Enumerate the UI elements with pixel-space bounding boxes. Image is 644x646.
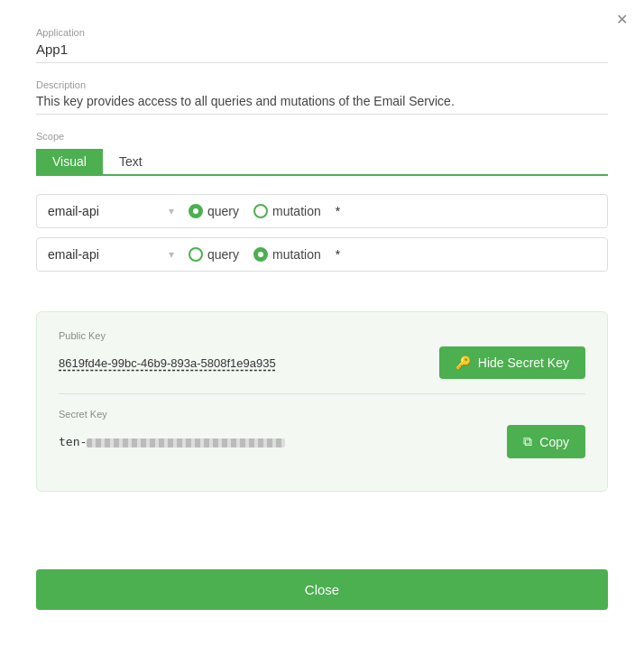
hide-secret-key-label: Hide Secret Key — [478, 355, 569, 370]
chevron-down-icon-2: ▾ — [169, 248, 174, 261]
scope-query-label-1: query — [207, 204, 239, 218]
scope-wildcard-1: * — [336, 204, 340, 218]
close-button[interactable]: Close — [36, 569, 608, 610]
scope-query-radio-1[interactable]: query — [189, 204, 239, 218]
scope-service-2-wrapper: email-api ▾ — [48, 247, 174, 262]
radio-circle-mutation-2-checked — [253, 247, 268, 262]
application-field: Application App1 — [36, 27, 608, 63]
scope-mutation-radio-1[interactable]: mutation — [253, 204, 321, 218]
scope-radio-group-2: query mutation * — [189, 247, 596, 262]
keys-section: Public Key 8619fd4e-99bc-46b9-893a-5808f… — [36, 311, 608, 492]
public-key-value-row: 8619fd4e-99bc-46b9-893a-5808f1e9a935 🔑 H… — [59, 346, 585, 379]
copy-button[interactable]: ⧉ Copy — [507, 425, 585, 458]
spacer — [36, 492, 608, 569]
application-label: Application — [36, 27, 608, 38]
scope-radio-group-1: query mutation * — [189, 204, 596, 218]
application-value: App1 — [36, 42, 608, 63]
tab-text[interactable]: Text — [103, 149, 159, 174]
scope-mutation-label-2: mutation — [272, 247, 321, 262]
scope-tabs: Visual Text — [36, 149, 608, 176]
scope-query-radio-2[interactable]: query — [189, 247, 239, 262]
secret-key-prefix: ten- — [59, 435, 87, 448]
scope-service-1-select[interactable]: email-api — [48, 204, 165, 218]
description-field: Description This key provides access to … — [36, 79, 608, 115]
secret-key-row: Secret Key ten- ⧉ Copy — [59, 409, 585, 458]
radio-circle-mutation-1-unchecked — [253, 204, 268, 218]
copy-icon: ⧉ — [523, 434, 532, 449]
scope-row-2: email-api ▾ query mutation * — [36, 237, 608, 272]
modal-container: ✕ Application App1 Description This key … — [0, 0, 644, 646]
radio-circle-query-1-checked — [189, 204, 203, 218]
scope-query-label-2: query — [207, 247, 239, 262]
public-key-value: 8619fd4e-99bc-46b9-893a-5808f1e9a935 — [59, 356, 425, 370]
secret-key-value: ten- — [59, 435, 492, 448]
key-icon: 🔑 — [455, 355, 471, 370]
scope-mutation-radio-2[interactable]: mutation — [253, 247, 321, 262]
public-key-label: Public Key — [59, 330, 585, 341]
secret-key-label: Secret Key — [59, 409, 585, 420]
radio-circle-query-2-unchecked — [189, 247, 203, 262]
scope-service-2-select[interactable]: email-api — [48, 247, 165, 262]
tab-visual[interactable]: Visual — [36, 149, 103, 174]
keys-divider — [59, 393, 585, 394]
description-label: Description — [36, 79, 608, 90]
scope-row-1: email-api ▾ query mutation * — [36, 194, 608, 228]
modal-close-x-button[interactable]: ✕ — [616, 13, 628, 27]
scope-wildcard-2: * — [336, 247, 340, 262]
scope-service-1-wrapper: email-api ▾ — [48, 204, 174, 218]
copy-label: Copy — [539, 435, 569, 449]
public-key-row: Public Key 8619fd4e-99bc-46b9-893a-5808f… — [59, 330, 585, 379]
secret-key-blur — [87, 438, 285, 448]
secret-key-value-row: ten- ⧉ Copy — [59, 425, 585, 458]
scope-section: Scope Visual Text email-api ▾ query muta… — [36, 131, 608, 281]
scope-label: Scope — [36, 131, 608, 142]
hide-secret-key-button[interactable]: 🔑 Hide Secret Key — [439, 346, 585, 379]
chevron-down-icon: ▾ — [169, 205, 174, 217]
scope-mutation-label-1: mutation — [272, 204, 321, 218]
description-value: This key provides access to all queries … — [36, 94, 608, 115]
